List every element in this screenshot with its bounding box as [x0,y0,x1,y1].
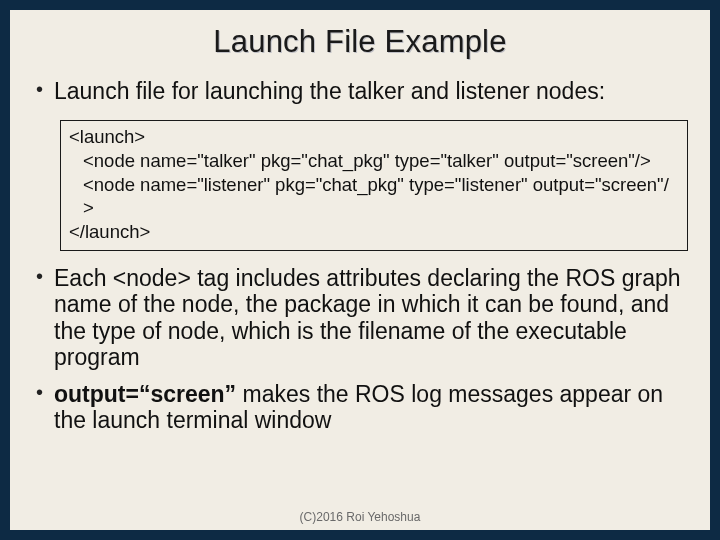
bullet-output-bold: output=“screen” [54,381,236,407]
code-line-3: <node name="listener" pkg="chat_pkg" typ… [69,173,679,220]
bullet-item-node: Each <node> tag includes attributes decl… [32,265,688,371]
code-block: <launch> <node name="talker" pkg="chat_p… [60,120,688,250]
page-title: Launch File Example [32,24,688,60]
bullet-list-2: Each <node> tag includes attributes decl… [32,265,688,444]
bullet-item-intro: Launch file for launching the talker and… [32,78,688,104]
code-line-2: <node name="talker" pkg="chat_pkg" type=… [69,149,679,173]
footer-copyright: (C)2016 Roi Yehoshua [10,510,710,524]
slide: Launch File Example Launch file for laun… [10,10,710,530]
bullet-list: Launch file for launching the talker and… [32,78,688,114]
code-line-1: <launch> [69,126,145,147]
bullet-item-output: output=“screen” makes the ROS log messag… [32,381,688,434]
code-line-4: </launch> [69,221,150,242]
